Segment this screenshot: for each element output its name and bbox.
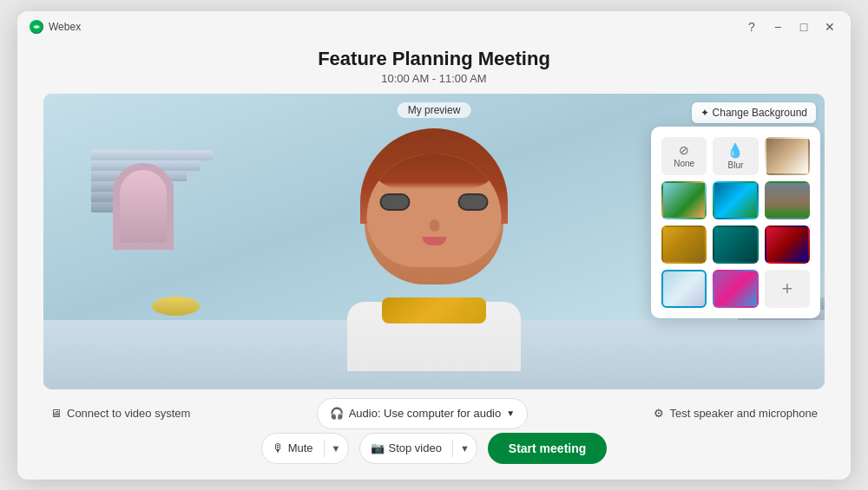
preview-label: My preview [398,102,471,118]
test-speaker-label: Test speaker and microphone [669,407,818,420]
person-overlay [282,94,586,389]
bg-add-button[interactable]: + [765,270,810,308]
webex-logo [30,20,43,34]
bottom-controls-row2: 🎙 Mute ▼ 📷 Stop video ▼ [261,433,608,471]
none-label: None [674,159,694,168]
cylinder-element [152,297,200,316]
app-window: Webex ? − □ ✕ Feature Planning Meeting 1… [17,11,851,480]
mute-chevron-button[interactable]: ▼ [325,434,348,463]
video-preview: My preview ✦ Change Background ⊘ None 💧 … [43,94,825,389]
monitor-icon: 🖥 [50,407,62,420]
minimize-button[interactable]: − [769,18,786,36]
bg-beach-thumb[interactable] [661,181,707,219]
bg-abstract3-thumb[interactable] [765,225,810,264]
stop-video-chevron-button[interactable]: ▼ [453,434,477,463]
bg-purple-thumb[interactable] [713,270,758,308]
none-icon: ⊘ [679,143,689,157]
bg-abstract2-thumb[interactable] [713,225,758,264]
stop-video-label: Stop video [389,441,442,454]
test-speaker-button[interactable]: ⚙ Test speaker and microphone [647,402,825,424]
titlebar-left: Webex [30,20,81,34]
mute-button[interactable]: 🎙 Mute [262,434,324,463]
sparkle-icon: ✦ [700,107,709,119]
window-controls: ? − □ ✕ [743,18,838,36]
help-button[interactable]: ? [743,18,760,36]
gear-icon: ⚙ [654,407,664,420]
audio-chevron-icon: ▼ [506,408,515,418]
bg-room-thumb[interactable] [765,137,810,175]
blur-label: Blur [728,160,744,170]
change-background-button[interactable]: ✦ Change Background [692,102,816,123]
titlebar: Webex ? − □ ✕ [17,11,851,42]
audio-icon: 🎧 [330,407,344,420]
connect-video-label: Connect to video system [67,407,190,420]
meeting-title: Feature Planning Meeting [17,48,851,70]
bg-whiteboard-thumb[interactable] [661,270,707,308]
bg-abstract1-thumb[interactable] [661,225,707,264]
stop-video-button[interactable]: 📷 Stop video [360,434,452,463]
chevron-down-icon: ▼ [332,443,341,454]
close-button[interactable]: ✕ [821,18,838,36]
arch-element [113,163,174,250]
blur-icon: 💧 [727,142,744,159]
background-panel: ⊘ None 💧 Blur [651,127,820,318]
bg-blur-option[interactable]: 💧 Blur [713,137,758,175]
video-icon: 📷 [371,441,385,454]
meeting-time: 10:00 AM - 11:00 AM [17,72,851,85]
bg-none-option[interactable]: ⊘ None [661,137,707,175]
start-meeting-button[interactable]: Start meeting [488,433,607,464]
change-bg-label: Change Background [713,107,807,119]
connect-video-button[interactable]: 🖥 Connect to video system [43,402,197,424]
bg-ocean-thumb[interactable] [713,181,758,219]
meeting-info: Feature Planning Meeting 10:00 AM - 11:0… [17,42,851,94]
mic-icon: 🎙 [273,441,284,454]
app-name-label: Webex [49,21,81,33]
bottom-controls-row1: 🖥 Connect to video system 🎧 Audio: Use c… [43,389,825,433]
mute-button-group: 🎙 Mute ▼ [261,433,349,464]
audio-label: Audio: Use computer for audio [349,407,502,420]
bg-mountain-thumb[interactable] [765,181,810,219]
stop-video-button-group: 📷 Stop video ▼ [359,433,477,464]
chevron-down-icon: ▼ [460,443,470,454]
maximize-button[interactable]: □ [795,18,812,36]
audio-button[interactable]: 🎧 Audio: Use computer for audio ▼ [317,398,529,429]
add-icon: + [781,278,792,300]
mute-label: Mute [288,441,313,454]
main-content: My preview ✦ Change Background ⊘ None 💧 … [17,94,851,480]
